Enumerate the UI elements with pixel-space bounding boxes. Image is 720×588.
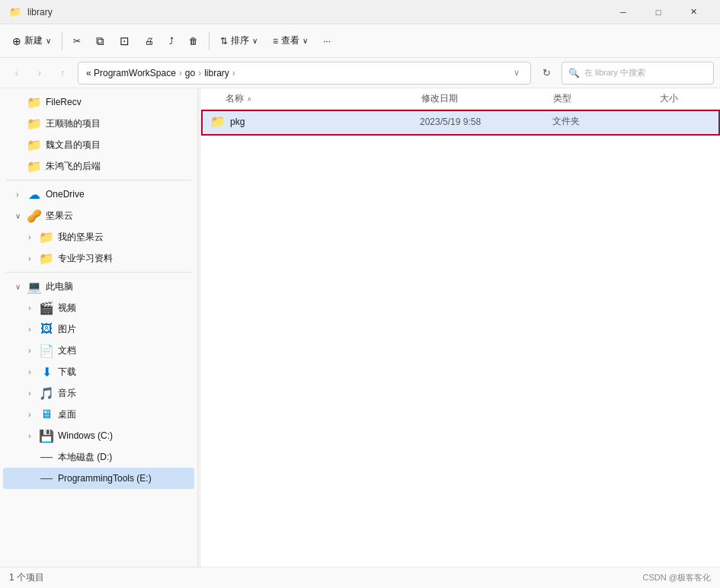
- sidebar-item-cdrive[interactable]: › 💾 Windows (C:): [3, 425, 194, 446]
- sort-button[interactable]: ⇅ 排序 ∨: [214, 29, 264, 53]
- sidebar-label: ProgrammingTools (E:): [58, 473, 188, 484]
- column-size[interactable]: 大小: [654, 92, 720, 105]
- sidebar-item-jianguoyun[interactable]: ∨ 🥜 坚果云: [3, 205, 194, 226]
- folder-icon: 📁: [40, 230, 53, 244]
- sidebar-item-images[interactable]: › 🖼 图片: [3, 318, 194, 340]
- path-separator-1: ›: [179, 68, 182, 78]
- back-button[interactable]: ‹: [6, 62, 27, 84]
- expand-icon: ›: [24, 254, 35, 263]
- column-type[interactable]: 类型: [547, 92, 653, 105]
- delete-button[interactable]: 🗑: [183, 29, 204, 53]
- sidebar-label: 音乐: [58, 387, 188, 400]
- sidebar-item-thispc[interactable]: ∨ 💻 此电脑: [3, 276, 194, 297]
- folder-icon: 📁: [210, 114, 226, 129]
- sort-chevron-icon: ∨: [252, 37, 258, 45]
- title-bar: 📁 library ─ □ ✕: [0, 0, 720, 24]
- drive-icon: —: [40, 471, 53, 485]
- close-button[interactable]: ✕: [676, 0, 711, 24]
- search-icon: 🔍: [568, 68, 580, 78]
- view-button[interactable]: ≡ 查看 ∨: [267, 29, 314, 53]
- address-path-go[interactable]: go: [185, 68, 195, 78]
- refresh-button[interactable]: ↻: [536, 62, 557, 84]
- sidebar-item-downloads[interactable]: › ⬇ 下载: [3, 361, 194, 382]
- file-name-cell: 📁 pkg: [201, 114, 414, 129]
- music-icon: 🎵: [40, 386, 53, 400]
- sidebar-item-videos[interactable]: › 🎬 视频: [3, 297, 194, 318]
- sidebar-label: 王顺驰的项目: [46, 117, 188, 130]
- expand-icon: ›: [24, 325, 35, 334]
- sidebar-label: 视频: [58, 302, 188, 315]
- sort-label: 排序: [231, 34, 249, 47]
- sort-arrow-icon: ∧: [247, 95, 252, 103]
- file-name-label: pkg: [230, 117, 245, 127]
- search-placeholder: 在 library 中搜索: [584, 67, 645, 78]
- up-button[interactable]: ↑: [52, 62, 73, 84]
- sidebar-label: 下载: [58, 366, 188, 379]
- file-list: 名称 ∧ 修改日期 类型 大小 📁 pkg: [201, 88, 720, 567]
- share-button[interactable]: ⤴: [163, 29, 180, 53]
- column-name[interactable]: 名称 ∧: [201, 92, 415, 105]
- sidebar-item-studymaterial[interactable]: › 📁 专业学习资料: [3, 248, 194, 269]
- sidebar-item-wangshunde[interactable]: 📁 王顺驰的项目: [3, 113, 194, 134]
- sidebar-label: 本地磁盘 (D:): [58, 451, 188, 464]
- sidebar-item-onedrive[interactable]: › ☁ OneDrive: [3, 184, 194, 205]
- cut-button[interactable]: ✂: [67, 29, 87, 53]
- copy-button[interactable]: ⧉: [90, 29, 110, 53]
- expand-icon: ›: [24, 411, 35, 419]
- drive-icon: —: [40, 450, 53, 464]
- expand-icon: ›: [24, 368, 35, 376]
- sidebar-item-desktop[interactable]: › 🖥 桌面: [3, 404, 194, 425]
- nav-buttons: ‹ › ↑: [6, 62, 73, 84]
- new-chevron-icon: ∨: [46, 37, 51, 45]
- pc-icon: 💻: [27, 280, 41, 293]
- sidebar-item-weiwenchang[interactable]: 📁 魏文昌的项目: [3, 134, 194, 155]
- folder-icon: 📁: [27, 159, 41, 173]
- title-bar-controls: ─ □ ✕: [606, 0, 711, 24]
- expand-icon: ›: [12, 190, 23, 199]
- folder-icon: 📁: [27, 95, 41, 109]
- maximize-button[interactable]: □: [641, 0, 676, 24]
- address-chevron-icon: ∨: [510, 68, 523, 78]
- new-label: 新建: [24, 34, 43, 47]
- sidebar-item-filerecv[interactable]: 📁 FileRecv: [3, 91, 194, 113]
- sidebar-item-music[interactable]: › 🎵 音乐: [3, 382, 194, 404]
- download-icon: ⬇: [40, 365, 53, 379]
- search-box[interactable]: 🔍 在 library 中搜索: [562, 62, 714, 85]
- sidebar-item-zhuhongfei[interactable]: 📁 朱鸿飞的后端: [3, 155, 194, 177]
- sidebar-label: Windows (C:): [58, 430, 188, 441]
- sidebar-label: FileRecv: [46, 97, 188, 107]
- new-button[interactable]: ⊕ 新建 ∨: [6, 29, 57, 53]
- sidebar-item-documents[interactable]: › 📄 文档: [3, 340, 194, 361]
- address-input[interactable]: « ProgramWorkSpace › go › library › ∨: [78, 62, 531, 85]
- title-bar-text: library: [27, 7, 606, 18]
- video-icon: 🎬: [40, 301, 53, 315]
- print-button[interactable]: 🖨: [139, 29, 160, 53]
- paste-button[interactable]: ⊡: [114, 29, 136, 53]
- sidebar-item-ddrive[interactable]: — 本地磁盘 (D:): [3, 446, 194, 468]
- folder-icon: 📁: [27, 117, 41, 130]
- delete-icon: 🗑: [189, 36, 198, 46]
- sidebar-item-edrive[interactable]: — ProgrammingTools (E:): [3, 468, 194, 489]
- drive-icon: 💾: [40, 429, 53, 443]
- sidebar-label: 此电脑: [46, 280, 188, 293]
- cloud-icon: ☁: [27, 187, 41, 201]
- address-path-programworkspace[interactable]: « ProgramWorkSpace: [86, 68, 176, 78]
- sidebar-item-myjianguo[interactable]: › 📁 我的坚果云: [3, 226, 194, 248]
- paste-icon: ⊡: [120, 34, 130, 48]
- forward-button[interactable]: ›: [29, 62, 50, 84]
- file-row-pkg[interactable]: 📁 pkg 2023/5/19 9:58 文件夹: [201, 110, 720, 134]
- column-date[interactable]: 修改日期: [415, 92, 548, 105]
- expand-icon: ∨: [12, 212, 23, 220]
- jianguoyun-icon: 🥜: [27, 209, 41, 222]
- minimize-button[interactable]: ─: [606, 0, 641, 24]
- sidebar-label: 图片: [58, 323, 188, 336]
- more-button[interactable]: ···: [317, 29, 337, 53]
- folder-icon: 📁: [40, 251, 53, 265]
- address-path-library[interactable]: library: [204, 68, 229, 78]
- copy-icon: ⧉: [96, 34, 104, 48]
- sidebar-label: 专业学习资料: [58, 252, 188, 265]
- share-icon: ⤴: [169, 36, 174, 46]
- sidebar-label: 文档: [58, 344, 188, 357]
- desktop-icon: 🖥: [40, 407, 53, 421]
- sidebar: 📁 FileRecv 📁 王顺驰的项目 📁 魏文昌的项目 📁 朱鸿飞的后端 › …: [0, 88, 198, 567]
